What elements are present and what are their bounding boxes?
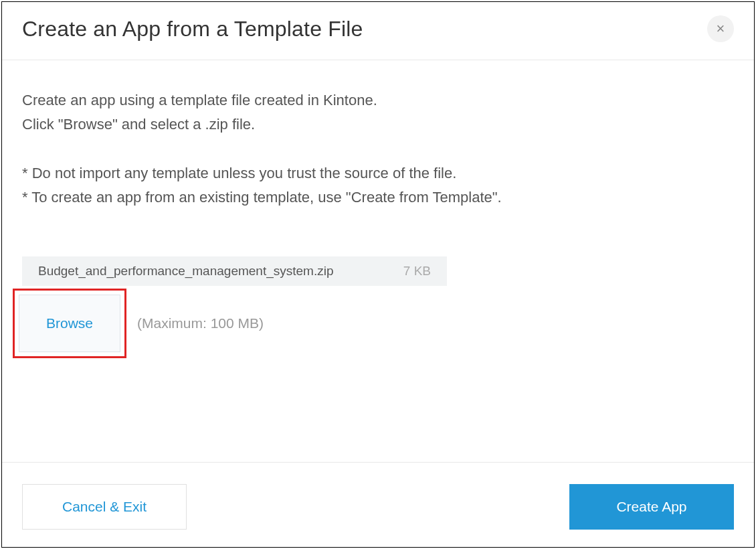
create-app-button[interactable]: Create App [569, 484, 734, 530]
note-line-1: * Do not import any template unless you … [22, 161, 734, 185]
browse-row: Browse (Maximum: 100 MB) [13, 289, 734, 358]
cancel-exit-button[interactable]: Cancel & Exit [22, 484, 187, 530]
close-icon: × [717, 21, 725, 36]
instructions-block: Create an app using a template file crea… [22, 88, 734, 137]
dialog-footer: Cancel & Exit Create App [2, 462, 754, 547]
notes-block: * Do not import any template unless you … [22, 161, 734, 210]
browse-button[interactable]: Browse [19, 295, 120, 352]
dialog-title: Create an App from a Template File [22, 17, 363, 42]
dialog-header: Create an App from a Template File × [2, 2, 754, 60]
instruction-line-1: Create an app using a template file crea… [22, 88, 734, 112]
close-button[interactable]: × [707, 15, 734, 42]
instruction-line-2: Click "Browse" and select a .zip file. [22, 112, 734, 137]
create-app-dialog: Create an App from a Template File × Cre… [1, 1, 755, 548]
max-size-note: (Maximum: 100 MB) [137, 315, 264, 331]
file-size: 7 KB [403, 264, 431, 279]
file-name: Budget_and_performance_management_system… [38, 264, 403, 279]
browse-highlight-box: Browse [13, 289, 126, 358]
selected-file-row: Budget_and_performance_management_system… [22, 256, 447, 286]
dialog-content: Create an app using a template file crea… [2, 60, 754, 462]
note-line-2: * To create an app from an existing temp… [22, 185, 734, 210]
